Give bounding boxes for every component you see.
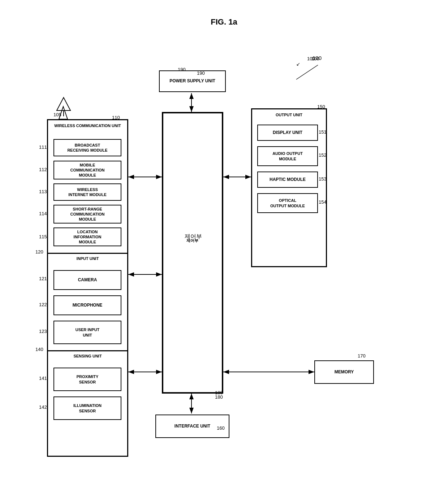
- short-range-box: SHORT-RANGE COMMUNICATION MODULE: [53, 205, 121, 224]
- input-unit-label: INPUT UNIT: [47, 256, 128, 261]
- ref-112: 112: [39, 167, 47, 172]
- display-unit-label: DISPLAY UNIT: [273, 130, 302, 136]
- short-range-label: SHORT-RANGE COMMUNICATION MODULE: [70, 207, 104, 222]
- mobile-comm-box: MOBILE COMMUNICATION MODULE: [53, 161, 121, 179]
- ref-100-arrow: ↙: [296, 61, 300, 67]
- ref-122: 122: [39, 302, 47, 307]
- broadcast-box: BROADCAST RECEIVING MODULE: [53, 139, 121, 156]
- ref-113: 113: [39, 189, 47, 194]
- fig-title: FIG. 1a: [211, 17, 237, 27]
- camera-label: CAMERA: [78, 277, 97, 283]
- antenna-svg: [56, 97, 71, 117]
- control-label-kr: 제어부: [163, 233, 223, 240]
- wireless-internet-box: WIRELESS INTERNET MODULE: [53, 183, 121, 201]
- ref-190-label: 190: [178, 67, 186, 72]
- mobile-comm-label: MOBILE COMMUNICATION MODULE: [70, 162, 104, 178]
- haptic-module-label: HAPTIC MODULE: [270, 177, 306, 183]
- ref-100-tr: 100: [313, 55, 322, 61]
- ref-142: 142: [39, 404, 47, 410]
- ref-121: 121: [39, 276, 47, 281]
- memory-box: MEMORY: [314, 360, 374, 384]
- ref-111: 111: [39, 144, 47, 150]
- ref-141: 141: [39, 376, 47, 381]
- ref-160: 160: [217, 425, 225, 431]
- power-supply-label: POWER SUPPLY UNIT: [169, 78, 215, 84]
- location-info-box: LOCATION INFORMATION MODULE: [53, 227, 121, 246]
- wireless-internet-label: WIRELESS INTERNET MODULE: [68, 187, 107, 198]
- haptic-module-box: HAPTIC MODULE: [257, 172, 318, 188]
- audio-output-label: AUDIO OUTPUT MODULE: [272, 151, 303, 161]
- audio-output-box: AUDIO OUTPUT MODULE: [257, 146, 318, 166]
- ref-150: 150: [317, 104, 325, 109]
- svg-marker-13: [57, 97, 70, 110]
- interface-unit-label: INTERFACE UNIT: [175, 424, 210, 429]
- user-input-label: USER INPUT UNIT: [76, 327, 100, 338]
- ref-110: 110: [112, 115, 120, 120]
- ref-180-label: 180: [215, 394, 223, 400]
- ref-120: 120: [35, 249, 43, 255]
- broadcast-label: BROADCAST RECEIVING MODULE: [67, 143, 107, 153]
- ref-123: 123: [39, 329, 47, 334]
- optical-output-box: OPTICAL OUTPUT MODULE: [257, 193, 318, 213]
- proximity-sensor-box: PROXIMITY SENSOR: [53, 368, 121, 391]
- control-unit-box: [162, 112, 223, 394]
- ref-152: 152: [319, 152, 327, 158]
- location-info-label: LOCATION INFORMATION MODULE: [74, 229, 102, 245]
- microphone-label: MICROPHONE: [73, 303, 103, 308]
- memory-label: MEMORY: [335, 369, 354, 375]
- svg-line-12: [296, 65, 318, 79]
- proximity-sensor-label: PROXIMITY SENSOR: [77, 374, 99, 385]
- ref-170: 170: [358, 353, 366, 359]
- wireless-comm-label: WIRELESS COMMUNICATION UNIT: [47, 123, 128, 129]
- illumination-sensor-box: ILLUMINATION SENSOR: [53, 396, 121, 420]
- display-unit-box: DISPLAY UNIT: [257, 125, 318, 141]
- illumination-sensor-label: ILLUMINATION SENSOR: [73, 403, 102, 413]
- ref-153: 153: [319, 176, 327, 182]
- output-unit-label: OUTPUT UNIT: [251, 113, 327, 118]
- ref-115: 115: [39, 234, 47, 239]
- microphone-box: MICROPHONE: [53, 295, 121, 315]
- ref-190: 190: [197, 70, 205, 76]
- diagram: FIG. 1a 100: [0, 0, 448, 490]
- optical-output-label: OPTICAL OUTPUT MODULE: [270, 198, 305, 208]
- camera-box: CAMERA: [53, 270, 121, 290]
- ref-140: 140: [35, 347, 43, 352]
- ref-114: 114: [39, 211, 47, 216]
- user-input-box: USER INPUT UNIT: [53, 321, 121, 344]
- power-supply-box: POWER SUPPLY UNIT: [159, 70, 226, 92]
- ref-151: 151: [319, 129, 327, 135]
- ref-154: 154: [319, 199, 327, 205]
- sensing-unit-label: SENSING UNIT: [47, 354, 128, 359]
